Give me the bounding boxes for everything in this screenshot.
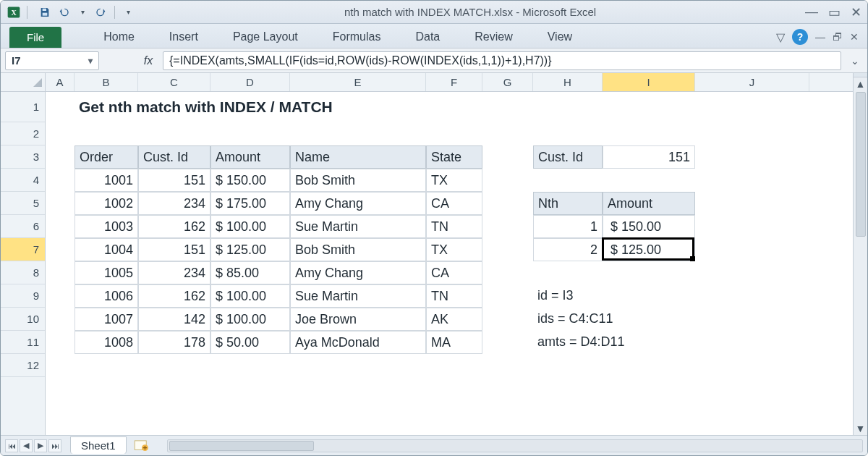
tab-review[interactable]: Review [467, 26, 519, 48]
col-header-B[interactable]: B [75, 73, 138, 91]
undo-icon[interactable] [56, 5, 71, 20]
row-headers[interactable]: 123456789101112 [1, 92, 46, 435]
row-header-10[interactable]: 10 [1, 308, 45, 331]
table-cell-state-7[interactable]: TX [426, 238, 482, 261]
col-header-A[interactable]: A [46, 73, 75, 91]
row-header-2[interactable]: 2 [1, 122, 45, 145]
name-box-dropdown-icon[interactable]: ▾ [88, 56, 93, 66]
table-cell-order-5[interactable]: 1002 [75, 192, 138, 215]
tab-view[interactable]: View [540, 26, 579, 48]
sheet-nav-first-icon[interactable]: ⏮ [5, 439, 18, 452]
sheet-nav-last-icon[interactable]: ⏭ [48, 439, 61, 452]
table-cell-state-8[interactable]: CA [426, 261, 482, 284]
lookup-nth-label[interactable]: Nth [533, 192, 603, 215]
vertical-scrollbar[interactable]: ▲ ▼ [853, 73, 867, 435]
table-cell-amount-6[interactable]: $ 100.00 [210, 215, 290, 238]
table-cell-order-7[interactable]: 1004 [75, 238, 138, 261]
window-close-doc-icon[interactable]: ✕ [850, 31, 859, 43]
window-min-doc-icon[interactable]: ― [815, 31, 825, 43]
sheet-tab[interactable]: Sheet1 [70, 436, 127, 454]
col-header-E[interactable]: E [290, 73, 426, 91]
row-header-9[interactable]: 9 [1, 284, 45, 308]
formula-input[interactable]: {=INDEX(amts,SMALL(IF(ids=id,ROW(ids)-RO… [163, 51, 841, 70]
note-0[interactable]: id = I3 [533, 284, 809, 308]
th-name[interactable]: Name [290, 145, 426, 169]
row-header-11[interactable]: 11 [1, 331, 45, 354]
redo-icon[interactable] [94, 5, 109, 20]
lookup-cust-value[interactable]: 151 [603, 145, 695, 169]
window-restore-doc-icon[interactable]: 🗗 [833, 31, 843, 43]
table-cell-cust-11[interactable]: 178 [138, 331, 210, 354]
th-custid[interactable]: Cust. Id [138, 145, 210, 169]
horizontal-scrollbar[interactable] [167, 439, 863, 452]
row-header-6[interactable]: 6 [1, 215, 45, 238]
lookup-amt-7[interactable]: $ 125.00 [603, 238, 695, 261]
tab-page-layout[interactable]: Page Layout [226, 26, 305, 48]
hscroll-thumb[interactable] [169, 441, 314, 451]
help-icon[interactable]: ? [792, 29, 808, 45]
maximize-icon[interactable]: ▭ [828, 4, 841, 20]
sheet-nav-prev-icon[interactable]: ◀ [20, 439, 33, 452]
row-header-1[interactable]: 1 [1, 92, 45, 122]
table-cell-order-9[interactable]: 1006 [75, 284, 138, 308]
row-header-5[interactable]: 5 [1, 192, 45, 215]
name-box[interactable]: I7 ▾ [5, 51, 99, 70]
scroll-up-icon[interactable]: ▲ [854, 77, 867, 90]
table-cell-name-5[interactable]: Amy Chang [290, 192, 426, 215]
scroll-down-icon[interactable]: ▼ [854, 422, 867, 435]
table-cell-order-4[interactable]: 1001 [75, 169, 138, 192]
minimize-icon[interactable]: ― [805, 4, 818, 20]
new-sheet-icon[interactable] [134, 439, 150, 452]
column-headers[interactable]: ABCDEFGHIJ [46, 73, 853, 92]
table-cell-cust-9[interactable]: 162 [138, 284, 210, 308]
table-cell-name-11[interactable]: Aya McDonald [290, 331, 426, 354]
row-header-12[interactable]: 12 [1, 354, 45, 377]
table-cell-name-8[interactable]: Amy Chang [290, 261, 426, 284]
row-header-3[interactable]: 3 [1, 145, 45, 169]
lookup-n-7[interactable]: 2 [533, 238, 603, 261]
col-header-J[interactable]: J [695, 73, 809, 91]
th-amount[interactable]: Amount [210, 145, 290, 169]
note-1[interactable]: ids = C4:C11 [533, 308, 809, 331]
tab-home[interactable]: Home [96, 26, 142, 48]
table-cell-amount-11[interactable]: $ 50.00 [210, 331, 290, 354]
qat-customize-icon[interactable]: ▾ [121, 5, 135, 20]
page-title[interactable]: Get nth match with INDEX / MATCH [75, 92, 533, 122]
table-cell-cust-6[interactable]: 162 [138, 215, 210, 238]
select-all-corner[interactable] [1, 73, 46, 92]
table-cell-order-6[interactable]: 1003 [75, 215, 138, 238]
sheet-nav-next-icon[interactable]: ▶ [34, 439, 47, 452]
table-cell-name-7[interactable]: Bob Smith [290, 238, 426, 261]
lookup-cust-label[interactable]: Cust. Id [533, 145, 603, 169]
table-cell-amount-10[interactable]: $ 100.00 [210, 308, 290, 331]
worksheet-grid[interactable]: ABCDEFGHIJ 123456789101112 Get nth match… [1, 73, 867, 435]
file-tab[interactable]: File [9, 27, 61, 48]
table-cell-order-11[interactable]: 1008 [75, 331, 138, 354]
table-cell-order-10[interactable]: 1007 [75, 308, 138, 331]
table-cell-amount-5[interactable]: $ 175.00 [210, 192, 290, 215]
tab-data[interactable]: Data [408, 26, 447, 48]
lookup-amt-6[interactable]: $ 150.00 [603, 215, 695, 238]
col-header-F[interactable]: F [426, 73, 482, 91]
col-header-I[interactable]: I [603, 73, 695, 91]
table-cell-cust-5[interactable]: 234 [138, 192, 210, 215]
row-header-8[interactable]: 8 [1, 261, 45, 284]
fx-icon[interactable]: fx [140, 54, 157, 67]
close-icon[interactable]: ✕ [851, 4, 861, 20]
table-cell-state-9[interactable]: TN [426, 284, 482, 308]
col-header-D[interactable]: D [210, 73, 290, 91]
table-cell-cust-4[interactable]: 151 [138, 169, 210, 192]
scroll-thumb[interactable] [856, 92, 866, 237]
lookup-n-6[interactable]: 1 [533, 215, 603, 238]
table-cell-name-10[interactable]: Joe Brown [290, 308, 426, 331]
note-2[interactable]: amts = D4:D11 [533, 331, 809, 354]
table-cell-order-8[interactable]: 1005 [75, 261, 138, 284]
table-cell-amount-9[interactable]: $ 100.00 [210, 284, 290, 308]
col-header-C[interactable]: C [138, 73, 210, 91]
tab-formulas[interactable]: Formulas [326, 26, 388, 48]
table-cell-amount-7[interactable]: $ 125.00 [210, 238, 290, 261]
tab-insert[interactable]: Insert [162, 26, 205, 48]
table-cell-amount-8[interactable]: $ 85.00 [210, 261, 290, 284]
table-cell-cust-8[interactable]: 234 [138, 261, 210, 284]
table-cell-state-6[interactable]: TN [426, 215, 482, 238]
